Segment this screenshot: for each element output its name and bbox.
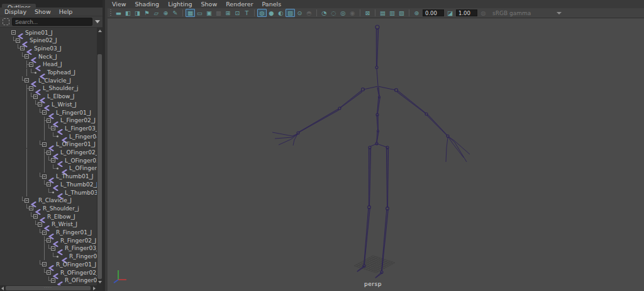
default-material-icon[interactable]: ◐: [276, 9, 286, 17]
image-plane-icon[interactable]: ▱: [152, 9, 161, 17]
outliner-item-l_shoulder_j[interactable]: L_Shoulder_j: [0, 84, 97, 93]
outliner-item-r_finger03_j[interactable]: R_Finger03_J: [0, 244, 97, 253]
expand-collapse-box[interactable]: [38, 102, 42, 106]
viewport-menu-show[interactable]: Show: [201, 1, 218, 8]
expand-collapse-box[interactable]: [11, 30, 16, 35]
expand-collapse-box[interactable]: [42, 174, 47, 179]
camera-bookmarks-icon[interactable]: ◨: [133, 9, 142, 17]
scroll-left-icon[interactable]: [1, 287, 4, 290]
expand-collapse-box[interactable]: [25, 198, 29, 203]
expand-collapse-box[interactable]: [51, 158, 55, 163]
view-transform-dropdown[interactable]: sRGB gamma: [490, 9, 564, 17]
outliner-menu-show[interactable]: Show: [35, 8, 51, 15]
outliner-item-spine02_j[interactable]: Spine02_J: [0, 37, 97, 45]
outliner-item-r_finger02_j[interactable]: R_Finger02_J: [0, 236, 97, 244]
viewport-menu-renderer[interactable]: Renderer: [226, 1, 253, 8]
wireframe-icon[interactable]: ◍: [257, 9, 267, 17]
motion-blur-icon[interactable]: ◌: [329, 9, 338, 17]
expand-collapse-box[interactable]: [42, 142, 47, 147]
expand-collapse-box[interactable]: [51, 246, 55, 251]
outliner-item-l_ofinger01_j[interactable]: L_OFinger01_J: [0, 140, 97, 149]
expand-collapse-box[interactable]: [42, 110, 47, 115]
outliner-item-l_thumb03_j[interactable]: L_Thumb03_J: [0, 188, 97, 197]
field-chart-icon[interactable]: ⊞: [223, 9, 233, 17]
outliner-item-r_finger04_j[interactable]: R_Finger04_J: [0, 253, 97, 261]
color-management-icon[interactable]: ◍: [479, 9, 488, 17]
viewport-menu-panels[interactable]: Panels: [262, 1, 282, 8]
expand-collapse-box[interactable]: [38, 222, 42, 227]
resolution-gate-icon[interactable]: ▣: [204, 9, 214, 17]
expand-collapse-box[interactable]: [33, 214, 38, 219]
expand-collapse-box[interactable]: [16, 38, 20, 43]
outliner-item-spine03_j[interactable]: Spine03_J: [0, 44, 97, 52]
outliner-item-r_clavicle_j[interactable]: R_Clavicle_J: [0, 197, 97, 205]
xray-active-icon[interactable]: ▧: [397, 9, 406, 17]
scroll-down-icon[interactable]: [98, 281, 102, 283]
grid-icon[interactable]: ▦: [186, 9, 195, 17]
filter-icon[interactable]: [3, 18, 9, 25]
expand-collapse-box[interactable]: [25, 54, 29, 59]
safe-action-icon[interactable]: ⊡: [233, 9, 242, 17]
outliner-item-l_clavicle_j[interactable]: L_Clavicle_J: [0, 76, 97, 84]
2d-pan-zoom-icon[interactable]: ⊕: [161, 9, 170, 17]
outliner-item-l_finger01_j[interactable]: L_Finger01_J: [0, 108, 97, 117]
outliner-item-tophead_j[interactable]: Tophead_J: [0, 69, 97, 77]
outliner-item-r_ofinger03_j[interactable]: R_OFinger03_J: [0, 277, 97, 285]
outliner-item-l_finger02_j[interactable]: L_Finger02_J: [0, 117, 97, 125]
depth-of-field-icon[interactable]: ◉: [348, 9, 357, 17]
xray-joints-icon[interactable]: ▥: [387, 9, 397, 17]
viewport-menu-lighting[interactable]: Lighting: [168, 1, 192, 8]
outliner-item-r_finger01_j[interactable]: R_Finger01_J: [0, 229, 97, 237]
outliner-item-r_wrist_j[interactable]: R_Wrist_J: [0, 220, 97, 229]
occlusion-icon[interactable]: ◔: [319, 9, 329, 17]
grease-pencil-icon[interactable]: ✎: [170, 9, 180, 17]
outliner-item-l_elbow_j[interactable]: L_Elbow_J: [0, 93, 97, 101]
outliner-item-neck_j[interactable]: Neck_J: [0, 52, 97, 60]
viewport-menu-view[interactable]: View: [112, 1, 126, 8]
outliner-item-r_ofinger01_j[interactable]: R_OFinger01_J: [0, 260, 97, 268]
outliner-item-head_j[interactable]: Head_J: [0, 60, 97, 69]
expand-collapse-box[interactable]: [42, 262, 47, 266]
vertical-scrollbar[interactable]: [97, 28, 103, 285]
xray-icon[interactable]: ▤: [378, 9, 387, 17]
camera-attributes-icon[interactable]: ◧: [123, 9, 133, 17]
outliner-item-l_wrist_j[interactable]: L_Wrist_J: [0, 100, 97, 108]
select-camera-icon[interactable]: ▬: [114, 9, 123, 17]
exposure-field[interactable]: [423, 9, 444, 16]
expand-collapse-box[interactable]: [29, 206, 33, 210]
vertical-scroll-thumb[interactable]: [97, 54, 102, 279]
expand-collapse-box[interactable]: [47, 151, 51, 155]
search-input[interactable]: [12, 18, 92, 26]
outliner-item-spine01_j[interactable]: Spine01_J: [0, 28, 97, 37]
expand-collapse-box[interactable]: [47, 118, 51, 123]
exposure-icon[interactable]: ⊛: [412, 9, 421, 17]
expand-collapse-box[interactable]: [29, 62, 33, 67]
expand-collapse-box[interactable]: [29, 86, 33, 91]
outliner-menu-display[interactable]: Display: [4, 8, 26, 15]
expand-collapse-box[interactable]: [25, 78, 29, 83]
expand-collapse-box[interactable]: [47, 270, 51, 275]
multisample-icon[interactable]: ◎: [338, 9, 348, 17]
outliner-item-l_finger03_j[interactable]: L_Finger03_J: [0, 124, 97, 132]
expand-collapse-box[interactable]: [33, 94, 38, 99]
outliner-item-r_ofinger02_j[interactable]: R_OFinger02_J: [0, 268, 97, 277]
outliner-item-l_ofinger02_j[interactable]: L_OFinger02_J: [0, 149, 97, 157]
expand-collapse-box[interactable]: [42, 231, 47, 235]
horizontal-scroll-thumb[interactable]: ····: [6, 286, 91, 290]
expand-collapse-box[interactable]: [20, 46, 25, 50]
outliner-item-l_thumb02_j[interactable]: L_Thumb02_J: [0, 180, 97, 188]
gate-mask-icon[interactable]: ▩: [214, 9, 223, 17]
viewport-menu-shading[interactable]: Shading: [135, 1, 160, 8]
outliner-item-l_finger04_j[interactable]: L_Finger04_J: [0, 132, 97, 140]
outliner-item-r_shoulder_j[interactable]: R_Shoulder_j: [0, 204, 97, 212]
gamma-icon[interactable]: ◪: [445, 9, 455, 17]
outliner-item-r_elbow_j[interactable]: R_Elbow_J: [0, 212, 97, 220]
horizontal-scrollbar[interactable]: ····: [0, 285, 97, 291]
film-gate-icon[interactable]: ▭: [195, 9, 204, 17]
shadows-icon[interactable]: ◓: [304, 9, 314, 17]
gamma-field[interactable]: [456, 9, 477, 16]
toolbar-drag-handle[interactable]: [110, 9, 111, 16]
expand-collapse-box[interactable]: [47, 182, 51, 186]
safe-title-icon[interactable]: T: [242, 9, 252, 17]
expand-collapse-box[interactable]: [51, 278, 55, 283]
